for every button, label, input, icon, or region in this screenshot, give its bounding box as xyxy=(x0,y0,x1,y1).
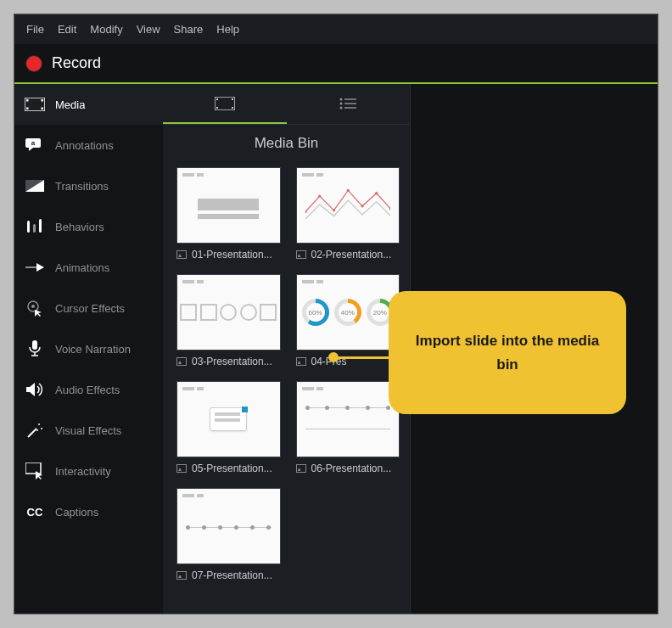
svg-point-43 xyxy=(361,205,363,207)
sidebar-item-cursor-effects[interactable]: Cursor Effects xyxy=(14,288,163,328)
svg-rect-11 xyxy=(33,224,36,233)
image-icon xyxy=(176,571,187,580)
captions-icon: CC xyxy=(25,503,45,520)
sidebar-item-voice-narration[interactable]: Voice Narration xyxy=(14,328,163,369)
center-panel: Media Bin 01-Presentation... 02- xyxy=(163,84,411,614)
menu-view[interactable]: View xyxy=(137,23,160,36)
image-icon xyxy=(296,250,306,259)
menu-share[interactable]: Share xyxy=(174,23,204,36)
svg-rect-31 xyxy=(232,98,233,100)
svg-rect-30 xyxy=(216,107,218,109)
image-icon xyxy=(176,357,187,366)
sidebar-item-label: Animations xyxy=(55,261,109,274)
sidebar-item-interactivity[interactable]: Interactivity xyxy=(14,451,163,491)
svg-point-41 xyxy=(332,209,334,211)
voice-narration-icon xyxy=(25,340,45,357)
transitions-icon xyxy=(25,177,45,194)
callout-pointer xyxy=(328,352,396,362)
svg-point-35 xyxy=(340,102,343,104)
animations-icon xyxy=(25,259,45,276)
sidebar-item-captions[interactable]: CC Captions xyxy=(14,491,163,532)
media-item[interactable]: 06-Presentation... xyxy=(296,381,400,474)
svg-marker-17 xyxy=(35,310,42,317)
sidebar-item-animations[interactable]: Animations xyxy=(14,247,163,288)
sidebar-item-label: Visual Effects xyxy=(55,424,121,437)
sidebar-item-transitions[interactable]: Transitions xyxy=(14,165,163,206)
svg-rect-18 xyxy=(32,340,37,350)
svg-marker-14 xyxy=(36,263,44,272)
media-item-label: 02-Presentation... xyxy=(296,249,400,261)
sidebar-item-label: Captions xyxy=(55,506,98,519)
svg-point-25 xyxy=(36,429,38,431)
visual-effects-icon xyxy=(25,422,45,439)
svg-rect-1 xyxy=(26,99,29,102)
svg-rect-12 xyxy=(39,219,42,233)
svg-line-22 xyxy=(28,429,36,437)
sidebar-item-label: Audio Effects xyxy=(55,384,120,396)
media-thumbnail xyxy=(296,381,400,457)
svg-rect-26 xyxy=(25,463,41,474)
sidebar-item-label: Cursor Effects xyxy=(55,302,125,315)
media-thumbnail xyxy=(176,274,281,350)
svg-rect-29 xyxy=(216,98,218,100)
view-tab-thumbnails[interactable] xyxy=(163,84,287,124)
svg-point-24 xyxy=(41,428,42,429)
behaviors-icon xyxy=(25,218,45,235)
svg-point-44 xyxy=(375,192,378,194)
media-item[interactable]: 03-Presentation... xyxy=(176,274,281,367)
media-item[interactable]: 07-Presentation... xyxy=(176,488,281,581)
svg-rect-4 xyxy=(42,108,44,110)
svg-rect-2 xyxy=(26,108,29,110)
svg-marker-6 xyxy=(29,148,33,151)
sidebar-item-audio-effects[interactable]: Audio Effects xyxy=(14,369,163,410)
audio-effects-icon xyxy=(25,381,45,398)
sidebar-item-label: Behaviors xyxy=(55,221,104,233)
view-tab-list[interactable] xyxy=(287,84,411,124)
svg-point-40 xyxy=(318,194,321,197)
sidebar-item-label: Interactivity xyxy=(55,465,111,478)
media-thumbnail xyxy=(296,167,400,244)
media-item-label: 07-Presentation... xyxy=(176,569,281,581)
menu-file[interactable]: File xyxy=(26,23,44,36)
media-thumbnail xyxy=(176,488,281,564)
record-label: Record xyxy=(52,54,101,72)
annotations-icon: a xyxy=(25,137,45,154)
annotation-callout: Import slide into the media bin xyxy=(389,291,626,414)
menu-help[interactable]: Help xyxy=(216,23,239,36)
sidebar-item-visual-effects[interactable]: Visual Effects xyxy=(14,410,163,451)
image-icon xyxy=(296,357,306,366)
sidebar: Media a Annotations Transitions Behavior… xyxy=(14,84,163,614)
svg-rect-32 xyxy=(232,107,233,109)
media-thumbnail xyxy=(296,274,400,350)
media-item[interactable]: 01-Presentation... xyxy=(176,167,281,261)
media-thumbnail xyxy=(176,381,281,457)
media-icon xyxy=(25,96,45,113)
sidebar-item-label: Media xyxy=(55,98,85,111)
callout-text: Import slide into the media bin xyxy=(406,329,609,375)
media-item-label: 03-Presentation... xyxy=(176,356,281,367)
media-item[interactable]: 02-Presentation... xyxy=(296,167,400,261)
menu-edit[interactable]: Edit xyxy=(58,23,76,36)
cursor-effects-icon xyxy=(25,300,45,317)
svg-point-37 xyxy=(340,106,343,109)
sidebar-item-label: Annotations xyxy=(55,139,114,152)
media-thumbnail xyxy=(176,167,281,244)
sidebar-item-annotations[interactable]: a Annotations xyxy=(14,125,163,165)
svg-point-42 xyxy=(346,189,349,192)
interactivity-icon xyxy=(25,463,45,479)
sidebar-item-media[interactable]: Media xyxy=(14,84,163,125)
view-tabs xyxy=(163,84,410,125)
record-icon[interactable] xyxy=(26,56,42,71)
svg-point-23 xyxy=(38,423,40,425)
svg-point-33 xyxy=(340,98,343,100)
image-icon xyxy=(296,464,306,473)
image-icon xyxy=(176,250,187,259)
app-window: File Edit Modify View Share Help Record … xyxy=(14,14,658,614)
sidebar-item-behaviors[interactable]: Behaviors xyxy=(14,206,163,247)
svg-marker-21 xyxy=(26,383,35,396)
titlebar: Record xyxy=(14,44,658,84)
svg-rect-3 xyxy=(42,99,44,102)
svg-marker-27 xyxy=(36,471,42,479)
media-item[interactable]: 05-Presentation... xyxy=(176,381,281,474)
menu-modify[interactable]: Modify xyxy=(90,23,122,36)
